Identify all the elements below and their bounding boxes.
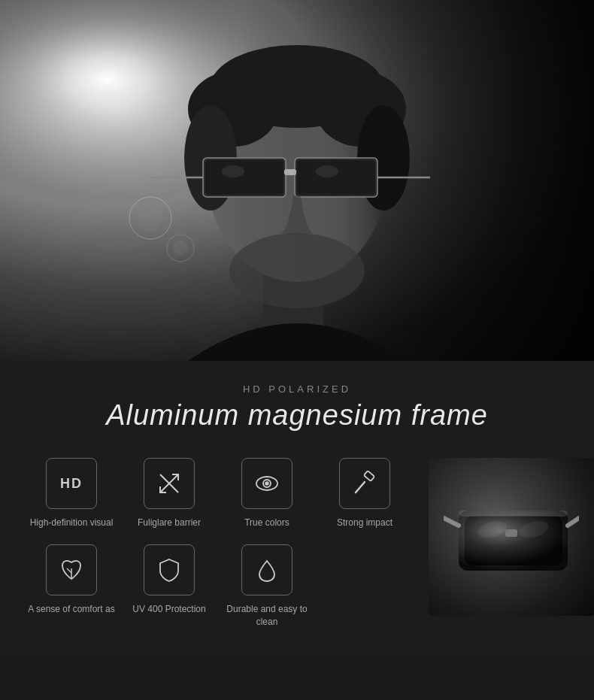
feature-comfort-label: A sense of comfort as	[28, 603, 114, 616]
hd-icon: HD	[60, 476, 83, 492]
features-bottom-grid: A sense of comfort as UV 400 Protection	[15, 544, 421, 629]
feature-hd: HD High-definition visual	[23, 458, 120, 529]
svg-rect-15	[284, 169, 296, 175]
leaf-icon	[58, 556, 85, 583]
svg-point-29	[265, 482, 268, 485]
hammer-icon	[351, 470, 378, 497]
feature-fuliglare: Fuliglare barrier	[120, 458, 218, 529]
svg-line-40	[444, 518, 459, 526]
svg-rect-39	[459, 511, 568, 517]
comfort-icon-box	[46, 544, 97, 595]
svg-rect-30	[364, 471, 374, 481]
top-row-wrapper: HD High-definition visual Fuliglar	[15, 458, 579, 628]
svg-rect-14	[297, 160, 375, 195]
feature-durable: Durable and easy to clean	[218, 544, 316, 629]
hd-icon-box: HD	[46, 458, 97, 509]
feature-comfort: A sense of comfort as	[23, 544, 120, 616]
fuliglare-icon-box	[144, 458, 195, 509]
hero-figure	[0, 0, 594, 361]
svg-point-22	[137, 205, 164, 232]
product-subtitle: HD POLARIZED	[15, 383, 579, 395]
svg-rect-36	[505, 529, 517, 537]
feature-strong-impact-label: Strong impact	[337, 517, 392, 529]
feature-uv400: UV 400 Protection	[120, 544, 218, 616]
svg-rect-35	[465, 516, 562, 565]
drop-icon	[253, 556, 280, 583]
feature-durable-label: Durable and easy to clean	[218, 603, 316, 629]
svg-point-18	[229, 233, 365, 308]
svg-point-24	[173, 241, 188, 256]
info-section: HD POLARIZED Aluminum magnesium frame HD…	[0, 361, 594, 658]
feature-true-colors: True colors	[218, 458, 316, 529]
feature-hd-label: High-definition visual	[30, 517, 114, 529]
eye-icon	[253, 470, 280, 497]
features-top-grid: HD High-definition visual Fuliglar	[15, 458, 421, 529]
feature-uv400-label: UV 400 Protection	[132, 603, 205, 616]
svg-line-31	[356, 482, 365, 492]
uv400-icon-box	[144, 544, 195, 595]
feature-true-colors-label: True colors	[244, 517, 289, 529]
feature-fuliglare-label: Fuliglare barrier	[138, 517, 201, 529]
shield-icon	[156, 556, 183, 583]
strong-impact-icon-box	[339, 458, 390, 509]
feature-strong-impact: Strong impact	[316, 458, 414, 529]
features-left: HD High-definition visual Fuliglar	[15, 458, 421, 628]
gear-image	[429, 458, 594, 616]
svg-line-41	[568, 518, 579, 526]
gear-svg	[444, 469, 579, 605]
svg-rect-12	[205, 160, 283, 195]
product-title: Aluminum magnesium frame	[15, 399, 579, 432]
svg-line-33	[67, 568, 71, 573]
svg-point-20	[316, 165, 338, 177]
svg-point-19	[222, 165, 244, 177]
cross-arrows-icon	[156, 470, 183, 497]
durable-icon-box	[241, 544, 292, 595]
hero-section	[0, 0, 594, 361]
true-colors-icon-box	[241, 458, 292, 509]
